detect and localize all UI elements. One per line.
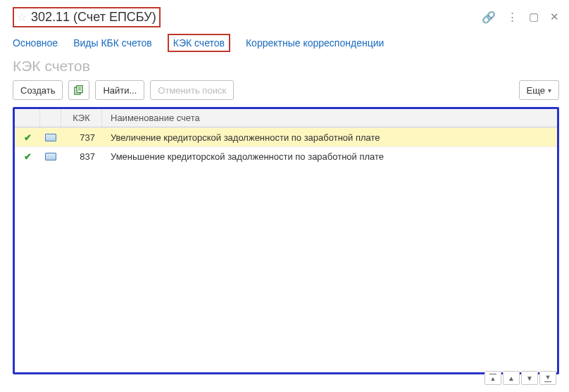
table-row[interactable]: ✔ 837 Уменьшение кредиторской задолженно… <box>15 146 557 165</box>
more-menu-icon[interactable]: ⋮ <box>507 11 518 23</box>
restore-window-icon[interactable]: ▢ <box>529 11 539 23</box>
nav-down-button[interactable] <box>521 371 538 385</box>
nav-up-button[interactable] <box>503 371 520 385</box>
column-kek[interactable]: КЭК <box>61 109 102 127</box>
row-name: Увеличение кредиторской задолженности по… <box>102 128 557 147</box>
title-highlight-box: ☆ 302.11 (Счет ЕПСБУ) <box>13 7 161 27</box>
title-bar: ☆ 302.11 (Счет ЕПСБУ) 🔗 ⋮ ▢ ✕ <box>13 7 559 27</box>
table-header: КЭК Наименование счета <box>15 109 557 127</box>
attach-link-icon[interactable]: 🔗 <box>482 11 496 24</box>
more-button-label: Еще <box>527 85 545 96</box>
record-card-icon <box>45 153 56 160</box>
window-title: 302.11 (Счет ЕПСБУ) <box>31 10 156 25</box>
copy-icon <box>74 85 84 95</box>
table-row[interactable]: ✔ 737 Увеличение кредиторской задолженно… <box>15 127 557 146</box>
find-button[interactable]: Найти... <box>95 80 144 100</box>
chevron-down-icon: ▾ <box>548 87 551 94</box>
favorite-star-icon[interactable]: ☆ <box>17 11 27 24</box>
nav-top-button[interactable] <box>484 371 501 385</box>
row-name: Уменьшение кредиторской задолженности по… <box>102 147 557 166</box>
tabs-bar: Основное Виды КБК счетов КЭК счетов Корр… <box>13 34 559 52</box>
close-window-icon[interactable]: ✕ <box>550 11 559 23</box>
cancel-search-button: Отменить поиск <box>150 80 234 100</box>
row-kek: 837 <box>61 147 102 165</box>
column-icon[interactable] <box>40 109 61 127</box>
window-root: ☆ 302.11 (Счет ЕПСБУ) 🔗 ⋮ ▢ ✕ Основное В… <box>0 0 569 392</box>
nav-bottom-button[interactable] <box>539 371 556 385</box>
checkmark-icon: ✔ <box>24 151 32 162</box>
tab-kbk[interactable]: Виды КБК счетов <box>73 37 152 49</box>
column-check[interactable] <box>15 109 40 127</box>
table: КЭК Наименование счета ✔ 737 Увеличение … <box>13 107 559 374</box>
tab-main[interactable]: Основное <box>13 37 58 49</box>
tab-kek[interactable]: КЭК счетов <box>168 34 230 52</box>
create-button[interactable]: Создать <box>13 80 63 100</box>
tab-corr[interactable]: Корректные корреспонденции <box>246 37 384 49</box>
checkmark-icon: ✔ <box>24 132 32 143</box>
more-button[interactable]: Еще ▾ <box>519 80 559 100</box>
record-card-icon <box>45 134 56 141</box>
nav-buttons <box>484 371 556 385</box>
column-name[interactable]: Наименование счета <box>102 109 557 127</box>
section-heading: КЭК счетов <box>13 58 559 75</box>
row-kek: 737 <box>61 128 102 146</box>
toolbar: Создать Найти... Отменить поиск Еще ▾ <box>13 80 559 100</box>
create-copy-button[interactable] <box>68 80 89 100</box>
